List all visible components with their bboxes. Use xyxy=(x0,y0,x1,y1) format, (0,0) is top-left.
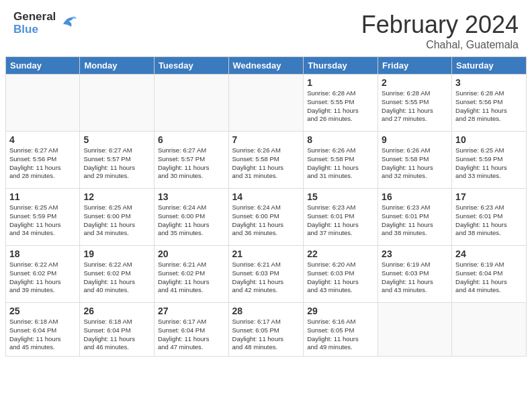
day-number: 26 xyxy=(83,306,150,316)
day-number: 28 xyxy=(232,306,300,316)
weekday-header-tuesday: Tuesday xyxy=(154,57,228,75)
weekday-header-saturday: Saturday xyxy=(452,57,527,75)
calendar-cell: 26Sunrise: 6:18 AMSunset: 6:04 PMDayligh… xyxy=(80,303,154,357)
cell-detail: Sunrise: 6:22 AMSunset: 6:02 PMDaylight:… xyxy=(9,261,76,295)
day-number: 11 xyxy=(9,191,76,202)
calendar-cell xyxy=(154,75,228,132)
logo-blue-text: Blue xyxy=(13,24,56,36)
day-number: 9 xyxy=(382,134,448,145)
calendar-cell: 8Sunrise: 6:26 AMSunset: 5:58 PMDaylight… xyxy=(304,132,378,189)
calendar-cell: 24Sunrise: 6:19 AMSunset: 6:04 PMDayligh… xyxy=(452,246,527,303)
cell-detail: Sunrise: 6:28 AMSunset: 5:55 PMDaylight:… xyxy=(382,89,448,124)
calendar-cell: 25Sunrise: 6:18 AMSunset: 6:04 PMDayligh… xyxy=(6,303,80,357)
calendar-cell: 4Sunrise: 6:27 AMSunset: 5:56 PMDaylight… xyxy=(6,132,80,189)
cell-detail: Sunrise: 6:21 AMSunset: 6:03 PMDaylight:… xyxy=(232,261,300,295)
calendar-cell: 27Sunrise: 6:17 AMSunset: 6:04 PMDayligh… xyxy=(154,303,228,357)
calendar-cell: 15Sunrise: 6:23 AMSunset: 6:01 PMDayligh… xyxy=(304,189,378,246)
day-number: 29 xyxy=(307,306,374,316)
weekday-header-thursday: Thursday xyxy=(304,57,378,75)
cell-detail: Sunrise: 6:23 AMSunset: 6:01 PMDaylight:… xyxy=(382,203,448,238)
cell-detail: Sunrise: 6:20 AMSunset: 6:03 PMDaylight:… xyxy=(307,261,374,295)
cell-detail: Sunrise: 6:26 AMSunset: 5:58 PMDaylight:… xyxy=(307,146,374,181)
cell-detail: Sunrise: 6:27 AMSunset: 5:56 PMDaylight:… xyxy=(9,146,76,181)
cell-detail: Sunrise: 6:18 AMSunset: 6:04 PMDaylight:… xyxy=(83,318,150,352)
calendar-cell: 22Sunrise: 6:20 AMSunset: 6:03 PMDayligh… xyxy=(304,246,378,303)
day-number: 12 xyxy=(83,191,150,202)
calendar-cell xyxy=(452,303,527,357)
day-number: 14 xyxy=(232,191,300,202)
cell-detail: Sunrise: 6:16 AMSunset: 6:05 PMDaylight:… xyxy=(307,318,374,352)
calendar-cell: 11Sunrise: 6:25 AMSunset: 5:59 PMDayligh… xyxy=(6,189,80,246)
cell-detail: Sunrise: 6:25 AMSunset: 5:59 PMDaylight:… xyxy=(9,203,76,238)
location-subtitle: Chahal, Guatemala xyxy=(361,39,519,51)
weekday-header-wednesday: Wednesday xyxy=(228,57,304,75)
cell-detail: Sunrise: 6:28 AMSunset: 5:55 PMDaylight:… xyxy=(307,89,374,124)
calendar-cell: 10Sunrise: 6:25 AMSunset: 5:59 PMDayligh… xyxy=(452,132,527,189)
logo: General Blue xyxy=(13,11,78,36)
logo-bird-icon xyxy=(58,12,78,35)
cell-detail: Sunrise: 6:27 AMSunset: 5:57 PMDaylight:… xyxy=(83,146,150,181)
day-number: 4 xyxy=(9,134,76,145)
day-number: 24 xyxy=(455,248,523,259)
day-number: 13 xyxy=(158,191,225,202)
day-number: 23 xyxy=(382,248,448,259)
day-number: 17 xyxy=(455,191,523,202)
cell-detail: Sunrise: 6:23 AMSunset: 6:01 PMDaylight:… xyxy=(455,203,523,238)
calendar-cell: 23Sunrise: 6:19 AMSunset: 6:03 PMDayligh… xyxy=(378,246,452,303)
cell-detail: Sunrise: 6:28 AMSunset: 5:56 PMDaylight:… xyxy=(455,89,523,124)
day-number: 2 xyxy=(382,77,448,88)
calendar-cell xyxy=(6,75,80,132)
calendar-table: SundayMondayTuesdayWednesdayThursdayFrid… xyxy=(5,56,527,357)
calendar-cell xyxy=(378,303,452,357)
calendar-cell xyxy=(228,75,304,132)
calendar-cell: 14Sunrise: 6:24 AMSunset: 6:00 PMDayligh… xyxy=(228,189,304,246)
logo-general-text: General xyxy=(13,11,56,24)
day-number: 18 xyxy=(9,248,76,259)
day-number: 1 xyxy=(307,77,374,88)
day-number: 15 xyxy=(307,191,374,202)
calendar-cell: 1Sunrise: 6:28 AMSunset: 5:55 PMDaylight… xyxy=(304,75,378,132)
cell-detail: Sunrise: 6:26 AMSunset: 5:58 PMDaylight:… xyxy=(382,146,448,181)
day-number: 25 xyxy=(9,306,76,316)
cell-detail: Sunrise: 6:17 AMSunset: 6:05 PMDaylight:… xyxy=(232,318,300,352)
logo-text: General Blue xyxy=(13,11,56,36)
cell-detail: Sunrise: 6:21 AMSunset: 6:02 PMDaylight:… xyxy=(158,261,225,295)
cell-detail: Sunrise: 6:27 AMSunset: 5:57 PMDaylight:… xyxy=(158,146,225,181)
calendar-cell: 17Sunrise: 6:23 AMSunset: 6:01 PMDayligh… xyxy=(452,189,527,246)
calendar-cell: 9Sunrise: 6:26 AMSunset: 5:58 PMDaylight… xyxy=(378,132,452,189)
weekday-header-sunday: Sunday xyxy=(6,57,80,75)
calendar-cell: 6Sunrise: 6:27 AMSunset: 5:57 PMDaylight… xyxy=(154,132,228,189)
month-year-title: February 2024 xyxy=(361,11,519,39)
day-number: 10 xyxy=(455,134,523,145)
calendar-cell: 19Sunrise: 6:22 AMSunset: 6:02 PMDayligh… xyxy=(80,246,154,303)
calendar-week-4: 18Sunrise: 6:22 AMSunset: 6:02 PMDayligh… xyxy=(6,246,527,303)
day-number: 3 xyxy=(455,77,523,88)
calendar-cell: 18Sunrise: 6:22 AMSunset: 6:02 PMDayligh… xyxy=(6,246,80,303)
calendar-cell xyxy=(80,75,154,132)
day-number: 8 xyxy=(307,134,374,145)
weekday-header-row: SundayMondayTuesdayWednesdayThursdayFrid… xyxy=(6,57,527,75)
day-number: 6 xyxy=(158,134,225,145)
cell-detail: Sunrise: 6:23 AMSunset: 6:01 PMDaylight:… xyxy=(307,203,374,238)
day-number: 21 xyxy=(232,248,300,259)
calendar-cell: 3Sunrise: 6:28 AMSunset: 5:56 PMDaylight… xyxy=(452,75,527,132)
day-number: 22 xyxy=(307,248,374,259)
cell-detail: Sunrise: 6:25 AMSunset: 6:00 PMDaylight:… xyxy=(83,203,150,238)
calendar-cell: 2Sunrise: 6:28 AMSunset: 5:55 PMDaylight… xyxy=(378,75,452,132)
page-header: General Blue February 2024 Chahal, Guate… xyxy=(0,0,532,56)
calendar-week-5: 25Sunrise: 6:18 AMSunset: 6:04 PMDayligh… xyxy=(6,303,527,357)
title-block: February 2024 Chahal, Guatemala xyxy=(361,11,519,51)
calendar-cell: 7Sunrise: 6:26 AMSunset: 5:58 PMDaylight… xyxy=(228,132,304,189)
weekday-header-monday: Monday xyxy=(80,57,154,75)
calendar-week-2: 4Sunrise: 6:27 AMSunset: 5:56 PMDaylight… xyxy=(6,132,527,189)
day-number: 7 xyxy=(232,134,300,145)
cell-detail: Sunrise: 6:25 AMSunset: 5:59 PMDaylight:… xyxy=(455,146,523,181)
calendar-cell: 13Sunrise: 6:24 AMSunset: 6:00 PMDayligh… xyxy=(154,189,228,246)
calendar-cell: 28Sunrise: 6:17 AMSunset: 6:05 PMDayligh… xyxy=(228,303,304,357)
calendar-cell: 16Sunrise: 6:23 AMSunset: 6:01 PMDayligh… xyxy=(378,189,452,246)
day-number: 27 xyxy=(158,306,225,316)
day-number: 5 xyxy=(83,134,150,145)
calendar-cell: 5Sunrise: 6:27 AMSunset: 5:57 PMDaylight… xyxy=(80,132,154,189)
cell-detail: Sunrise: 6:24 AMSunset: 6:00 PMDaylight:… xyxy=(158,203,225,238)
calendar-week-1: 1Sunrise: 6:28 AMSunset: 5:55 PMDaylight… xyxy=(6,75,527,132)
